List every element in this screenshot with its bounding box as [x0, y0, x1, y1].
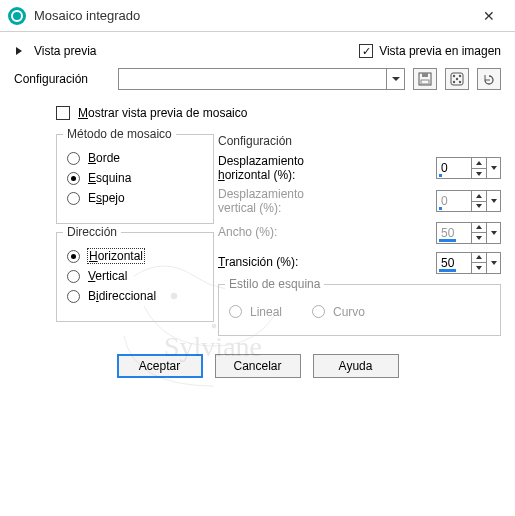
direction-fieldset: Dirección Horizontal Vertical Bidireccio… — [56, 232, 214, 322]
width-spin: 50 — [436, 222, 501, 244]
direction-legend: Dirección — [63, 225, 121, 239]
radio-curvo-label: Curvo — [333, 305, 365, 319]
svg-point-5 — [459, 75, 461, 77]
cancel-button[interactable]: Cancelar — [215, 354, 301, 378]
spin-down-icon[interactable] — [472, 169, 486, 179]
transition-value: 50 — [441, 257, 467, 269]
svg-rect-1 — [422, 73, 428, 77]
spin-up-icon[interactable] — [472, 158, 486, 169]
radio-esquina[interactable]: Esquina — [67, 171, 203, 185]
svg-point-4 — [453, 75, 455, 77]
chevron-down-icon[interactable] — [386, 69, 404, 89]
svg-rect-2 — [421, 80, 429, 84]
radio-icon — [67, 290, 80, 303]
radio-icon — [67, 270, 80, 283]
dice-icon — [450, 72, 464, 86]
radio-bidireccional[interactable]: Bidireccional — [67, 289, 203, 303]
radio-borde-label: Borde — [88, 151, 120, 165]
spin-down-icon — [472, 233, 486, 243]
random-preset-button[interactable] — [445, 68, 469, 90]
radio-lineal-label: Lineal — [250, 305, 282, 319]
radio-vertical-label: Vertical — [88, 269, 127, 283]
config-combo[interactable] — [118, 68, 405, 90]
radio-borde[interactable]: Borde — [67, 151, 203, 165]
radio-esquina-label: Esquina — [88, 171, 131, 185]
preview-on-image-checkbox[interactable]: Vista previa en imagen — [359, 44, 501, 58]
svg-point-7 — [453, 81, 455, 83]
radio-espejo[interactable]: Espejo — [67, 191, 203, 205]
corner-style-fieldset: Estilo de esquina Lineal Curvo — [218, 284, 501, 336]
h-offset-spin[interactable]: 0 — [436, 157, 501, 179]
corner-style-legend: Estilo de esquina — [225, 277, 324, 291]
v-offset-value: 0 — [441, 195, 467, 207]
reset-preset-button[interactable] — [477, 68, 501, 90]
radio-lineal: Lineal — [229, 305, 282, 319]
radio-icon — [67, 152, 80, 165]
svg-point-8 — [459, 81, 461, 83]
radio-curvo: Curvo — [312, 305, 365, 319]
spin-up-icon — [472, 191, 486, 202]
help-button[interactable]: Ayuda — [313, 354, 399, 378]
spin-down-icon[interactable] — [472, 263, 486, 273]
transition-label: Transición (%): — [218, 255, 298, 269]
preview-toggle-label: Vista previa — [34, 44, 96, 58]
radio-espejo-label: Espejo — [88, 191, 125, 205]
width-label: Ancho (%): — [218, 225, 277, 239]
svg-point-6 — [456, 78, 458, 80]
checkbox-icon — [56, 106, 70, 120]
close-button[interactable]: ✕ — [469, 0, 509, 32]
spin-menu-icon[interactable] — [487, 157, 501, 179]
method-fieldset: Método de mosaico Borde Esquina Espejo — [56, 134, 214, 224]
checkbox-icon — [359, 44, 373, 58]
reset-icon — [482, 72, 496, 86]
window-title: Mosaico integrado — [34, 8, 469, 23]
spin-menu-icon — [487, 222, 501, 244]
ok-button[interactable]: Aceptar — [117, 354, 203, 378]
spin-down-icon — [472, 202, 486, 212]
radio-icon — [67, 250, 80, 263]
params-legend: Configuración — [218, 134, 501, 148]
spin-up-icon — [472, 223, 486, 234]
preview-toggle[interactable]: Vista previa — [16, 44, 96, 58]
radio-horizontal-label: Horizontal — [88, 249, 144, 263]
title-bar: Mosaico integrado ✕ — [0, 0, 515, 32]
method-legend: Método de mosaico — [63, 127, 176, 141]
width-value: 50 — [441, 227, 467, 239]
app-icon — [8, 7, 26, 25]
show-mosaic-preview-checkbox[interactable]: Mostrar vista previa de mosaico — [56, 106, 501, 120]
h-offset-value: 0 — [441, 162, 467, 174]
save-preset-button[interactable] — [413, 68, 437, 90]
radio-horizontal[interactable]: Horizontal — [67, 249, 203, 263]
v-offset-label: Desplazamientovertical (%): — [218, 187, 304, 216]
radio-vertical[interactable]: Vertical — [67, 269, 203, 283]
show-mosaic-preview-label: Mostrar vista previa de mosaico — [78, 106, 247, 120]
floppy-icon — [418, 72, 432, 86]
spin-menu-icon[interactable] — [487, 252, 501, 274]
radio-bidireccional-label: Bidireccional — [88, 289, 156, 303]
config-label: Configuración — [14, 72, 110, 86]
triangle-right-icon — [16, 47, 22, 55]
spin-up-icon[interactable] — [472, 253, 486, 264]
v-offset-spin: 0 — [436, 190, 501, 212]
radio-icon — [229, 305, 242, 318]
radio-icon — [67, 192, 80, 205]
h-offset-label: Desplazamientohorizontal (%): — [218, 154, 304, 183]
spin-menu-icon — [487, 190, 501, 212]
preview-on-image-label: Vista previa en imagen — [379, 44, 501, 58]
radio-icon — [312, 305, 325, 318]
radio-icon — [67, 172, 80, 185]
transition-spin[interactable]: 50 — [436, 252, 501, 274]
